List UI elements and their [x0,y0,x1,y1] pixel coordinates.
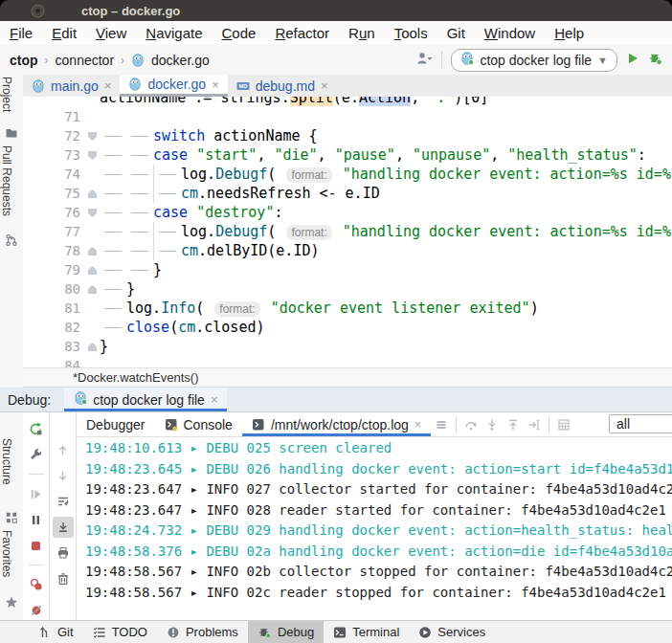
run-icon[interactable] [626,52,639,65]
fold-start-icon[interactable] [88,132,97,141]
breadcrumb-item-ctop[interactable]: ctop [10,53,38,68]
structure-icon[interactable] [5,511,18,524]
terminal-icon [333,626,347,639]
fold-end-icon[interactable] [88,285,97,294]
run-button[interactable] [626,52,639,68]
wrench-button[interactable] [26,444,47,465]
user-icon[interactable] [416,52,433,68]
method-breadcrumb[interactable]: *Docker.watchEvents() [73,370,199,385]
code-text: } [100,337,672,356]
fold-end-icon[interactable] [88,189,97,198]
gopher-icon [131,54,145,67]
evaluate-button[interactable] [553,415,574,434]
run-to-cursor-icon [527,418,541,432]
close-icon[interactable]: × [104,78,112,93]
step-over-button[interactable] [460,415,482,434]
toolwindow-button-structure[interactable]: Structure [0,438,23,485]
rerun-icon [29,422,43,436]
editor-tab-main.go[interactable]: main.go× [23,75,120,97]
scroll-end-button[interactable] [53,517,74,538]
resume-button[interactable] [26,483,47,504]
view-breakpoints-button[interactable] [26,574,47,595]
debug-button[interactable] [648,52,662,68]
code-line: 72switch actionName { [23,126,672,145]
toolwindow-button-project[interactable]: Project [0,77,23,112]
breadcrumb-item-docker.go[interactable]: docker.go [151,53,210,68]
line-number: 75 [23,184,85,203]
stop-button[interactable] [26,535,47,556]
close-icon[interactable]: × [212,78,219,92]
menu-item-window[interactable]: Window [475,25,545,41]
printer-button[interactable] [53,543,74,564]
editor-tab-debug.md[interactable]: MDdebug.md× [228,75,337,97]
step-out-button[interactable] [503,415,524,434]
line-number: 77 [23,222,85,241]
log-line: 19:48:24.732 ▸ DEBU 029 handling docker … [85,521,672,542]
run-configuration-label: ctop docker log file [480,53,592,68]
menu-item-file[interactable]: File [0,25,42,41]
menu-item-navigate[interactable]: Navigate [136,25,212,41]
hamburger-button[interactable] [431,415,452,434]
menu-item-run[interactable]: Run [339,25,385,41]
debug-tab-debugger[interactable]: Debugger [77,412,155,436]
fold-column [85,299,100,318]
toolwindow-button-terminal[interactable]: Terminal [324,621,409,643]
code-line: 74log.Debugf( format: "handling docker e… [23,165,672,184]
run-to-cursor-button[interactable] [524,415,545,434]
breadcrumb-item-connector[interactable]: connector [56,53,114,68]
code-text [100,107,672,126]
toolwindow-button-todo[interactable]: TODO [83,621,157,643]
fold-end-icon[interactable] [88,343,97,351]
rerun-button[interactable] [26,418,47,439]
window-button-icon[interactable] [31,4,45,18]
code-line: 81log.Info( format: "docker event listen… [23,299,672,318]
fold-column [85,260,100,279]
fold-end-icon[interactable] [88,266,97,275]
step-into-button[interactable] [482,415,503,434]
pause-button[interactable] [26,509,47,530]
log-output[interactable]: 19:48:10.613 ▸ DEBU 025 screen cleared19… [77,438,672,620]
menu-item-code[interactable]: Code [213,25,266,41]
soft-wrap-icon [56,495,70,508]
fold-start-icon[interactable] [88,209,97,217]
fold-end-icon[interactable] [88,247,97,255]
close-icon[interactable]: × [321,78,328,93]
menu-item-help[interactable]: Help [545,25,594,41]
user-icon[interactable] [416,52,433,65]
view-breakpoints-icon [30,578,43,591]
close-icon[interactable]: × [211,392,218,407]
debug-tab--mnt-work-ctop-ctop-log[interactable]: /mnt/work/ctop/ctop.log× [242,412,432,436]
up-arrow-button[interactable] [53,439,74,460]
menu-item-edit[interactable]: Edit [42,25,86,41]
folder-icon[interactable] [5,126,18,140]
debug-bug-icon[interactable] [648,52,662,65]
star-icon[interactable] [5,595,18,609]
soft-wrap-button[interactable] [53,491,74,512]
close-icon[interactable]: × [414,417,422,432]
down-arrow-button[interactable] [53,465,74,486]
toolwindow-button-problems[interactable]: Problems [157,621,248,643]
code-editor[interactable]: actionName := strings.Split(e.Action, ":… [23,97,672,367]
toolwindow-button-label: Debug [278,625,314,639]
toolwindow-button-git[interactable]: Git [29,621,83,643]
menu-item-refactor[interactable]: Refactor [265,25,339,41]
menu-item-tools[interactable]: Tools [385,25,437,41]
log-filter-select[interactable]: all [609,414,672,433]
trash-button[interactable] [53,568,74,589]
debug-tab-console[interactable]: Console [155,412,242,436]
pull-request-icon[interactable] [5,233,18,247]
fold-start-icon[interactable] [88,151,97,160]
log-line: 19:48:23.645 ▸ DEBU 026 handling docker … [85,459,672,480]
window-button-icon[interactable] [31,4,45,18]
toolwindow-button-services[interactable]: Services [409,621,495,643]
editor-tab-docker.go[interactable]: docker.go× [120,75,227,97]
editor-tab-bar: main.go× docker.go×MDdebug.md× [23,75,672,97]
toolwindow-button-pull-requests[interactable]: Pull Requests [0,145,23,216]
menu-item-git[interactable]: Git [437,25,475,41]
menu-item-view[interactable]: View [86,25,136,41]
mute-breakpoints-button[interactable] [26,600,47,621]
toolwindow-button-debug[interactable]: Debug [248,621,324,643]
toolwindow-button-favorites[interactable]: Favorites [0,530,23,577]
run-configuration-select[interactable]: ctop docker log file ▼ [451,49,617,72]
debug-session-tab[interactable]: ctop docker log file × [64,388,227,411]
